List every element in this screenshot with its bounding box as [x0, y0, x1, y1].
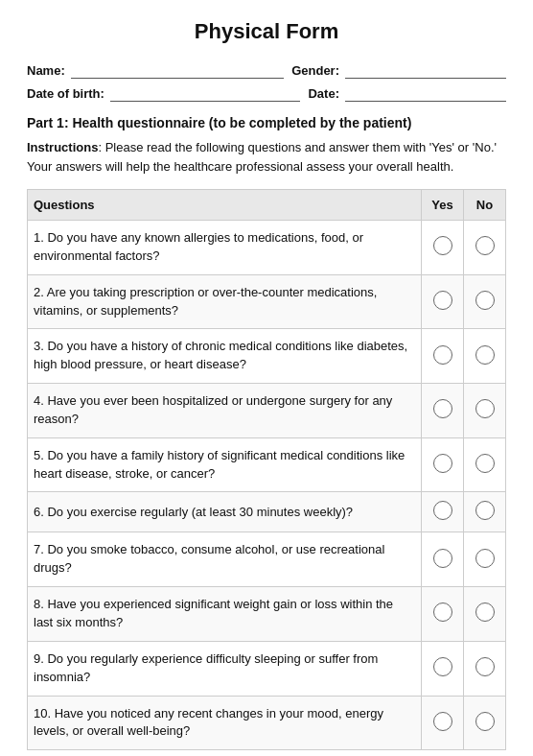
date-label: Date:: [308, 86, 339, 101]
col-questions: Questions: [28, 190, 422, 221]
yes-radio[interactable]: [433, 602, 452, 622]
table-row: 8. Have you experienced significant weig…: [28, 587, 506, 642]
instructions: Instructions: Please read the following …: [27, 138, 506, 176]
yes-radio[interactable]: [433, 549, 452, 568]
no-cell[interactable]: [464, 641, 506, 696]
no-cell[interactable]: [464, 492, 506, 532]
yes-radio[interactable]: [433, 345, 452, 365]
question-text: 5. Do you have a family history of signi…: [28, 437, 422, 492]
col-yes: Yes: [422, 190, 464, 221]
yes-cell[interactable]: [422, 437, 464, 492]
question-text: 10. Have you noticed any recent changes …: [28, 696, 422, 750]
question-text: 6. Do you exercise regularly (at least 3…: [28, 492, 422, 532]
no-cell[interactable]: [464, 532, 506, 587]
no-radio[interactable]: [475, 399, 495, 418]
yes-cell[interactable]: [422, 587, 464, 642]
question-text: 1. Do you have any known allergies to me…: [28, 221, 422, 275]
no-radio[interactable]: [475, 549, 495, 568]
table-row: 1. Do you have any known allergies to me…: [28, 221, 506, 275]
table-row: 5. Do you have a family history of signi…: [28, 437, 506, 492]
yes-cell[interactable]: [422, 641, 464, 696]
date-input[interactable]: [345, 84, 506, 102]
no-cell[interactable]: [464, 696, 506, 750]
yes-cell[interactable]: [422, 329, 464, 384]
no-radio[interactable]: [475, 501, 495, 520]
page-title: Physical Form: [27, 19, 506, 44]
table-row: 10. Have you noticed any recent changes …: [28, 696, 506, 750]
yes-cell[interactable]: [422, 384, 464, 438]
question-text: 7. Do you smoke tobacco, consume alcohol…: [28, 532, 422, 587]
table-row: 3. Do you have a history of chronic medi…: [28, 329, 506, 384]
name-label: Name:: [27, 63, 65, 78]
no-radio[interactable]: [475, 236, 495, 255]
no-radio[interactable]: [475, 345, 495, 365]
no-cell[interactable]: [464, 221, 506, 275]
col-no: No: [464, 190, 506, 221]
no-radio[interactable]: [475, 712, 495, 731]
question-text: 8. Have you experienced significant weig…: [28, 587, 422, 642]
no-cell[interactable]: [464, 437, 506, 492]
yes-cell[interactable]: [422, 532, 464, 587]
health-questionnaire-table: Questions Yes No 1. Do you have any know…: [27, 189, 506, 750]
yes-radio[interactable]: [433, 501, 452, 520]
yes-radio[interactable]: [433, 712, 452, 731]
no-cell[interactable]: [464, 384, 506, 438]
no-cell[interactable]: [464, 329, 506, 384]
name-input[interactable]: [71, 61, 284, 79]
yes-radio[interactable]: [433, 399, 452, 418]
table-row: 4. Have you ever been hospitalized or un…: [28, 384, 506, 438]
table-row: 7. Do you smoke tobacco, consume alcohol…: [28, 532, 506, 587]
table-row: 9. Do you regularly experience difficult…: [28, 641, 506, 696]
gender-input[interactable]: [345, 61, 506, 79]
gender-label: Gender:: [291, 63, 339, 78]
yes-radio[interactable]: [433, 236, 452, 255]
table-row: 2. Are you taking prescription or over-t…: [28, 274, 506, 329]
yes-radio[interactable]: [433, 291, 452, 310]
question-text: 4. Have you ever been hospitalized or un…: [28, 384, 422, 438]
question-text: 2. Are you taking prescription or over-t…: [28, 274, 422, 329]
instructions-label: Instructions: [27, 140, 98, 154]
dob-label: Date of birth:: [27, 86, 104, 101]
yes-cell[interactable]: [422, 221, 464, 275]
no-radio[interactable]: [475, 602, 495, 622]
yes-cell[interactable]: [422, 274, 464, 329]
no-cell[interactable]: [464, 587, 506, 642]
part-heading: Part 1: Health questionnaire (to be comp…: [27, 115, 506, 130]
no-radio[interactable]: [475, 454, 495, 473]
yes-cell[interactable]: [422, 492, 464, 532]
no-radio[interactable]: [475, 657, 495, 676]
no-radio[interactable]: [475, 291, 495, 310]
yes-cell[interactable]: [422, 696, 464, 750]
no-cell[interactable]: [464, 274, 506, 329]
question-text: 9. Do you regularly experience difficult…: [28, 641, 422, 696]
dob-input[interactable]: [110, 84, 301, 102]
yes-radio[interactable]: [433, 657, 452, 676]
question-text: 3. Do you have a history of chronic medi…: [28, 329, 422, 384]
table-row: 6. Do you exercise regularly (at least 3…: [28, 492, 506, 532]
yes-radio[interactable]: [433, 454, 452, 473]
instructions-text: : Please read the following questions an…: [27, 140, 497, 174]
